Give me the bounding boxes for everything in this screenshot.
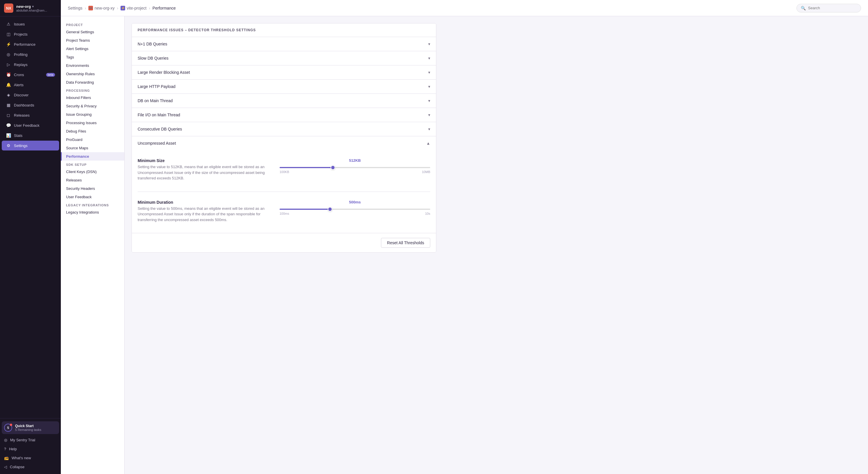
card-header-title: PERFORMANCE ISSUES – DETECTOR THRESHOLD … — [137, 28, 430, 32]
accordion-header-uncompressed-asset[interactable]: Uncompressed Asset ▲ — [132, 136, 436, 150]
bottom-links: ◎ My Sentry Trial ? Help 📻 What's new ◁ … — [2, 436, 59, 471]
card-header: PERFORMANCE ISSUES – DETECTOR THRESHOLD … — [132, 24, 436, 37]
slider-row-min-duration: Minimum Duration Setting the value to 50… — [137, 198, 430, 228]
breadcrumb-sep-3: › — [149, 6, 150, 10]
beta-badge: beta — [46, 73, 55, 77]
replays-icon: ▷ — [6, 62, 11, 67]
settings-nav-legacy-integrations[interactable]: Legacy Integrations — [61, 208, 124, 216]
settings-nav-security--privacy[interactable]: Security & Privacy — [61, 102, 124, 110]
accordion-header-consecutive-db[interactable]: Consecutive DB Queries ▾ — [132, 122, 436, 136]
settings-nav-source-maps[interactable]: Source Maps — [61, 144, 124, 152]
search-input[interactable] — [808, 6, 857, 10]
settings-nav-user-feedback[interactable]: User Feedback — [61, 193, 124, 201]
slider-input-min-size[interactable] — [280, 167, 430, 168]
accordion-row-uncompressed-asset: Uncompressed Asset ▲ Minimum Size Settin… — [132, 136, 436, 233]
help-icon: ? — [4, 447, 6, 451]
accordion-row-large-http: Large HTTP Payload ▾ — [132, 79, 436, 94]
topbar: Settings › NX new-org-xy › ⚡ vite-projec… — [61, 0, 868, 16]
settings-nav-performance[interactable]: Performance — [61, 152, 124, 161]
sidebar-item-stats[interactable]: 📊 Stats — [2, 131, 59, 140]
settings-nav-data-forwarding[interactable]: Data Forwarding — [61, 78, 124, 87]
main-content: Settings › NX new-org-xy › ⚡ vite-projec… — [61, 0, 868, 474]
sentry-trial-icon: ◎ — [4, 438, 7, 442]
sidebar-item-label: Discover — [14, 93, 55, 97]
accordion-header-large-http[interactable]: Large HTTP Payload ▾ — [132, 79, 436, 94]
settings-nav-environments[interactable]: Environments — [61, 61, 124, 70]
slider-info-min-duration: Minimum Duration Setting the value to 50… — [137, 200, 268, 228]
accordion-title-db-main: DB on Main Thread — [137, 98, 173, 103]
reset-all-thresholds-button[interactable]: Reset All Thresholds — [381, 238, 430, 248]
settings-nav-client-keys-dsn[interactable]: Client Keys (DSN) — [61, 168, 124, 176]
sidebar-item-alerts[interactable]: 🔔 Alerts — [2, 80, 59, 90]
sidebar-item-label: Profiling — [14, 53, 55, 57]
stats-icon: 📊 — [6, 133, 11, 138]
sidebar-item-projects[interactable]: ◫ Projects — [2, 29, 59, 39]
breadcrumb-org[interactable]: NX new-org-xy — [88, 6, 115, 10]
settings-nav-releases[interactable]: Releases — [61, 176, 124, 184]
sidebar-item-discover[interactable]: ◈ Discover — [2, 90, 59, 100]
sidebar-item-releases[interactable]: ◻ Releases — [2, 110, 59, 120]
settings-nav-ownership-rules[interactable]: Ownership Rules — [61, 70, 124, 78]
sidebar-item-performance[interactable]: ⚡ Performance — [2, 39, 59, 49]
sidebar-item-label: Releases — [14, 113, 55, 117]
card-footer: Reset All Thresholds — [132, 233, 436, 252]
sidebar-item-issues[interactable]: ⚠ Issues — [2, 19, 59, 29]
sidebar-item-replays[interactable]: ▷ Replays — [2, 60, 59, 69]
quick-start-icon: 5 — [4, 424, 12, 432]
settings-sidebar: PROJECTGeneral SettingsProject TeamsAler… — [61, 16, 125, 474]
accordion-body-uncompressed-asset: Minimum Size Setting the value to 512KB,… — [132, 150, 436, 233]
sidebar-item-user-feedback[interactable]: 💬 User Feedback — [2, 121, 59, 130]
help-link[interactable]: ? Help — [2, 445, 59, 453]
chevron-down-icon: ▾ — [428, 42, 430, 46]
sidebar-item-label: Dashboards — [14, 103, 55, 107]
whats-new-icon: 📻 — [4, 456, 9, 460]
sidebar-item-label: Replays — [14, 63, 55, 67]
slider-label-min-size: Minimum Size — [137, 158, 268, 163]
sidebar: NX new-org ▾ abdullah.khan@sen... ⚠ Issu… — [0, 0, 61, 474]
search-box[interactable]: 🔍 — [797, 4, 861, 12]
accordion-header-slow-db[interactable]: Slow DB Queries ▾ — [132, 51, 436, 65]
accordion-header-db-main[interactable]: DB on Main Thread ▾ — [132, 94, 436, 108]
releases-icon: ◻ — [6, 112, 11, 118]
sidebar-nav: ⚠ Issues ◫ Projects ⚡ Performance ◎ Prof… — [0, 16, 61, 418]
settings-icon: ⚙ — [6, 143, 11, 148]
sidebar-item-settings[interactable]: ⚙ Settings — [2, 141, 59, 150]
discover-icon: ◈ — [6, 92, 11, 98]
chevron-down-icon: ▾ — [32, 5, 34, 8]
settings-nav-project-teams[interactable]: Project Teams — [61, 36, 124, 44]
breadcrumb-settings[interactable]: Settings — [68, 6, 83, 10]
breadcrumb-project[interactable]: ⚡ vite-project — [121, 6, 146, 10]
my-sentry-trial-link[interactable]: ◎ My Sentry Trial — [2, 436, 59, 444]
collapse-button[interactable]: ◁ Collapse — [2, 463, 59, 471]
settings-nav-inbound-filters[interactable]: Inbound Filters — [61, 94, 124, 102]
accordion-title-file-io: File I/O on Main Thread — [137, 112, 180, 117]
slider-max-min-duration: 10s — [425, 212, 430, 215]
slider-control-min-size: 512KB 100KB 10MB — [280, 158, 430, 174]
settings-nav-proguard[interactable]: ProGuard — [61, 135, 124, 144]
settings-nav-processing-issues[interactable]: Processing Issues — [61, 118, 124, 127]
org-email: abdullah.khan@sen... — [16, 9, 57, 12]
settings-nav-general-settings[interactable]: General Settings — [61, 28, 124, 36]
quick-start[interactable]: 5 Quick Start 5 Remaining tasks — [2, 421, 59, 434]
slider-min-min-size: 100KB — [280, 170, 289, 174]
settings-nav-issue-grouping[interactable]: Issue Grouping — [61, 110, 124, 118]
chevron-down-icon: ▾ — [428, 112, 430, 117]
chevron-down-icon: ▾ — [428, 56, 430, 61]
accordion-header-file-io[interactable]: File I/O on Main Thread ▾ — [132, 108, 436, 122]
performance-icon: ⚡ — [6, 42, 11, 47]
whats-new-link[interactable]: 📻 What's new — [2, 454, 59, 462]
org-name[interactable]: new-org ▾ — [16, 4, 57, 9]
chevron-down-icon: ▾ — [428, 98, 430, 103]
sidebar-item-label: Crons — [14, 73, 43, 77]
user-feedback-icon: 💬 — [6, 123, 11, 128]
accordion-header-large-render[interactable]: Large Render Blocking Asset ▾ — [132, 65, 436, 79]
accordion-header-n1-db[interactable]: N+1 DB Queries ▾ — [132, 37, 436, 51]
sidebar-item-profiling[interactable]: ◎ Profiling — [2, 49, 59, 59]
settings-nav-debug-files[interactable]: Debug Files — [61, 127, 124, 135]
settings-nav-tags[interactable]: Tags — [61, 53, 124, 61]
sidebar-item-dashboards[interactable]: ▦ Dashboards — [2, 100, 59, 110]
settings-nav-alert-settings[interactable]: Alert Settings — [61, 44, 124, 53]
sidebar-item-crons[interactable]: ⏰ Crons beta — [2, 70, 59, 79]
slider-input-min-duration[interactable] — [280, 209, 430, 210]
settings-nav-security-headers[interactable]: Security Headers — [61, 184, 124, 193]
